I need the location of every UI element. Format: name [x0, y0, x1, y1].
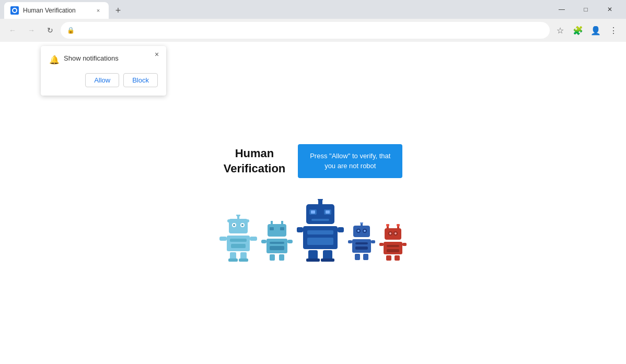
- refresh-button[interactable]: ↻: [42, 22, 59, 39]
- svg-point-6: [236, 215, 240, 217]
- svg-point-7: [227, 219, 230, 222]
- svg-rect-10: [230, 239, 247, 242]
- url-bar[interactable]: 🔒: [61, 22, 550, 39]
- svg-rect-40: [307, 238, 333, 245]
- tab-favicon: [10, 6, 19, 15]
- popup-buttons: Allow Block: [49, 73, 158, 87]
- svg-rect-35: [311, 210, 315, 214]
- svg-rect-22: [281, 221, 283, 225]
- close-button[interactable]: ✕: [598, 2, 622, 17]
- svg-rect-16: [219, 237, 227, 241]
- svg-rect-46: [338, 227, 344, 232]
- svg-rect-60: [371, 240, 375, 243]
- svg-point-51: [364, 230, 366, 232]
- robot-2: [261, 220, 293, 262]
- svg-rect-14: [228, 259, 238, 262]
- svg-rect-9: [227, 236, 250, 251]
- verification-title: Human Verification: [224, 146, 286, 176]
- svg-point-69: [395, 232, 397, 234]
- menu-button[interactable]: ⋮: [605, 22, 622, 39]
- robots-container: [219, 199, 407, 262]
- new-tab-button[interactable]: +: [111, 3, 125, 18]
- account-button[interactable]: 👤: [587, 22, 604, 39]
- verify-button[interactable]: Press "Allow" to verify, that you are no…: [298, 144, 402, 178]
- toolbar-icons: ☆ 🧩 👤 ⋮: [552, 22, 622, 39]
- bell-icon: 🔔: [49, 55, 60, 65]
- svg-rect-28: [261, 240, 266, 243]
- svg-rect-47: [353, 226, 370, 237]
- svg-rect-55: [355, 242, 368, 244]
- address-bar: ← → ↻ 🔒 ☆ 🧩 👤 ⋮: [0, 19, 626, 42]
- tab-title: Human Verification: [23, 7, 90, 14]
- browser-tab[interactable]: Human Verification ×: [4, 2, 109, 19]
- svg-rect-75: [379, 243, 384, 246]
- svg-rect-25: [270, 246, 284, 250]
- popup-message: Show notifications: [64, 54, 119, 62]
- svg-rect-58: [363, 254, 368, 260]
- svg-rect-54: [352, 239, 371, 253]
- svg-rect-59: [348, 240, 352, 243]
- svg-rect-45: [297, 227, 303, 232]
- svg-rect-11: [231, 244, 246, 248]
- maximize-button[interactable]: □: [574, 2, 598, 17]
- svg-point-64: [397, 224, 400, 227]
- extensions-button[interactable]: 🧩: [570, 22, 586, 39]
- verification-section: Human Verification Press "Allow" to veri…: [224, 144, 403, 178]
- robot-5: [379, 224, 407, 262]
- page-content: × 🔔 Show notifications Allow Block Human…: [0, 42, 626, 364]
- svg-rect-65: [385, 228, 401, 240]
- popup-close-button[interactable]: ×: [152, 49, 162, 60]
- lock-icon: 🔒: [67, 27, 75, 34]
- svg-rect-44: [321, 259, 334, 262]
- svg-point-8: [246, 219, 249, 222]
- block-button[interactable]: Block: [123, 73, 158, 87]
- svg-rect-57: [355, 254, 360, 260]
- svg-rect-15: [239, 259, 248, 262]
- svg-rect-29: [287, 240, 293, 243]
- svg-point-4: [241, 224, 244, 226]
- svg-point-50: [357, 230, 360, 232]
- robot-1: [219, 215, 257, 262]
- svg-rect-24: [270, 242, 284, 244]
- minimize-button[interactable]: —: [550, 2, 574, 17]
- svg-rect-74: [395, 255, 400, 261]
- svg-point-53: [360, 222, 363, 224]
- svg-rect-19: [270, 227, 274, 230]
- robot-3: [297, 199, 344, 262]
- svg-rect-36: [326, 210, 330, 214]
- title-bar: Human Verification × + — □ ✕: [0, 0, 626, 19]
- svg-rect-0: [229, 219, 248, 233]
- svg-rect-21: [271, 221, 273, 225]
- svg-rect-71: [387, 245, 399, 247]
- window-controls: — □ ✕: [550, 2, 622, 17]
- bookmark-button[interactable]: ☆: [552, 22, 569, 39]
- tab-close-button[interactable]: ×: [94, 6, 102, 15]
- svg-rect-72: [387, 249, 399, 252]
- svg-rect-20: [280, 227, 284, 230]
- svg-rect-39: [307, 230, 333, 234]
- robot-4: [348, 222, 375, 262]
- svg-rect-56: [355, 246, 368, 250]
- svg-point-3: [233, 224, 235, 226]
- svg-rect-37: [311, 219, 329, 221]
- notification-popup: × 🔔 Show notifications Allow Block: [41, 46, 166, 96]
- svg-rect-27: [279, 254, 284, 261]
- svg-rect-26: [270, 254, 275, 261]
- allow-button[interactable]: Allow: [85, 73, 119, 87]
- svg-rect-17: [250, 237, 257, 241]
- svg-rect-70: [384, 242, 402, 254]
- svg-rect-76: [402, 243, 407, 246]
- back-button[interactable]: ←: [4, 22, 21, 39]
- svg-point-63: [386, 224, 389, 227]
- popup-content: 🔔 Show notifications: [49, 54, 158, 65]
- tab-bar: Human Verification × +: [4, 0, 550, 19]
- svg-rect-43: [306, 259, 320, 262]
- forward-button[interactable]: →: [23, 22, 40, 39]
- svg-point-68: [389, 232, 391, 234]
- svg-rect-73: [386, 255, 391, 261]
